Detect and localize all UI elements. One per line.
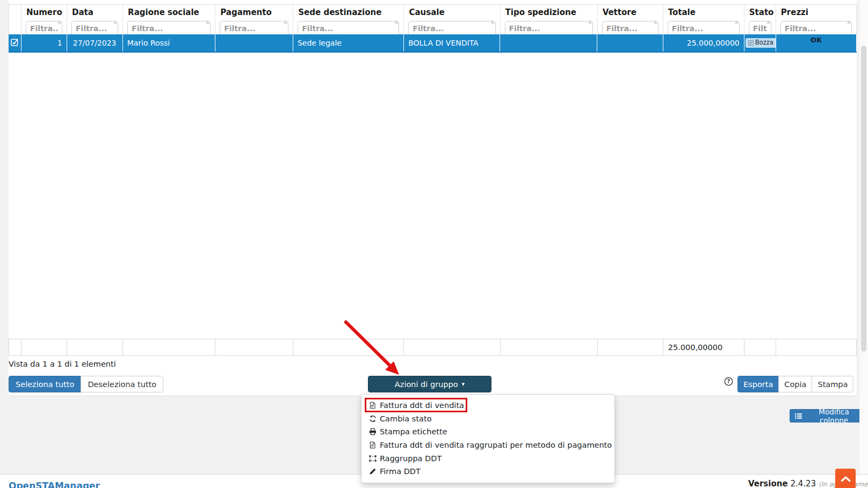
sort-icon[interactable]: ▲ [654, 19, 657, 24]
column-header-vettore[interactable]: Vettore [597, 5, 663, 19]
checkbox-checked-icon [11, 38, 19, 46]
cell-tipo-spedizione [500, 34, 597, 52]
table-row[interactable]: 127/07/2023Mario RossiSede legaleBOLLA D… [9, 34, 857, 52]
sort-icon[interactable]: ▲ [588, 19, 592, 24]
sort-icon[interactable]: ▲ [847, 19, 851, 24]
menu-item-label: Fattura ddt di vendita raggrupati per me… [380, 441, 612, 449]
sync-icon [369, 415, 380, 423]
menu-item-label: Firma DDT [380, 467, 421, 476]
column-header-data[interactable]: Data [67, 5, 123, 19]
cell-totale: 25.000,00000 [663, 34, 744, 52]
cell-numero: 1 [21, 34, 67, 52]
copy-button[interactable]: Copia [778, 376, 812, 392]
object-group-icon [369, 455, 380, 462]
sort-icon[interactable]: ▲ [206, 19, 209, 24]
results-summary: Vista da 1 a 1 di 1 elementi [9, 360, 116, 368]
menu-item-cambia-stato[interactable]: Cambia stato [361, 412, 614, 426]
sort-icon[interactable]: ▲ [394, 19, 398, 24]
totals-row: 25.000,00000 [9, 339, 857, 356]
status-label: Bozza [755, 39, 773, 47]
scrollbar-thumb[interactable] [861, 46, 866, 352]
group-actions-button[interactable]: Azioni di gruppo ▾ [368, 376, 491, 392]
status-badge: Bozza [746, 38, 776, 48]
pen-icon [369, 468, 380, 475]
cell-ragione-sociale: Mario Rossi [122, 34, 215, 52]
column-header-totale[interactable]: Totale [663, 5, 744, 19]
cell-vettore [597, 34, 663, 52]
cell-prezzi: OK [776, 34, 856, 52]
footer-cell [9, 339, 21, 356]
footer-cell-tipo-spedizione [500, 339, 597, 356]
column-header-numero[interactable]: Numero [21, 5, 67, 19]
caret-down-icon: ▾ [462, 381, 465, 387]
menu-item-fattura-ddt-di-vendita-raggrupati-per-me[interactable]: Fattura ddt di vendita raggrupati per me… [361, 439, 614, 452]
version-value: 2.4.23 [790, 479, 816, 488]
cell-sede-destinazione: Sede legale [293, 34, 403, 52]
column-header-pagamento[interactable]: Pagamento [215, 5, 293, 19]
menu-item-label: Cambia stato [380, 414, 432, 423]
menu-item-firma-ddt[interactable]: Firma DDT [361, 465, 614, 478]
footer-cell-stato [744, 339, 776, 356]
print-icon [369, 428, 380, 435]
svg-text:?: ? [727, 378, 730, 384]
sort-icon[interactable]: ▲ [766, 19, 770, 24]
export-button[interactable]: Esporta [737, 376, 779, 392]
column-header-causale[interactable]: Causale [404, 5, 500, 19]
column-header-stato[interactable]: Stato [744, 5, 776, 19]
sort-icon[interactable]: ▲ [284, 19, 287, 24]
column-header-prezzi[interactable]: Prezzi [776, 5, 856, 19]
export-button-group: Esporta Copia Stampa [737, 376, 853, 392]
cell-stato: Bozza [744, 34, 776, 52]
sort-icon[interactable]: ▲ [57, 19, 61, 24]
table-header: NumeroDataRagione socialePagamentoSede d… [9, 4, 857, 38]
brand-link[interactable]: OpenSTAManager [9, 480, 100, 488]
cell-pagamento [215, 34, 293, 52]
column-header-sede-destinazione[interactable]: Sede destinazione [293, 5, 404, 19]
file-invoice-icon [369, 441, 380, 449]
footer-cell-totale: 25.000,00000 [663, 339, 744, 356]
version-label: Versione [748, 479, 788, 488]
menu-item-raggruppa-ddt[interactable]: Raggruppa DDT [361, 451, 614, 465]
menu-item-stampa-etichette[interactable]: Stampa etichette [361, 425, 614, 439]
cell-data: 27/07/2023 [67, 34, 122, 52]
column-header-ragione-sociale[interactable]: Ragione sociale [123, 5, 215, 19]
table-body: 127/07/2023Mario RossiSede legaleBOLLA D… [9, 34, 857, 339]
list-icon [795, 413, 802, 419]
menu-item-label: Stampa etichette [380, 427, 447, 436]
content-card: NumeroDataRagione socialePagamentoSede d… [9, 0, 857, 396]
footer-cell-causale [404, 339, 500, 356]
group-actions-label: Azioni di gruppo [395, 380, 458, 389]
page: NumeroDataRagione socialePagamentoSede d… [0, 0, 868, 488]
print-button[interactable]: Stampa [812, 376, 853, 392]
selection-button-group: Seleziona tutto Deseleziona tutto [9, 376, 163, 392]
edit-icon [748, 40, 754, 46]
menu-item-label: Raggruppa DDT [380, 454, 442, 463]
select-column-header [9, 5, 21, 19]
chevron-up-icon [841, 476, 851, 482]
sort-icon[interactable]: ▲ [113, 19, 117, 24]
footer-cell-numero [21, 339, 67, 356]
footer-cell-sede-destinazione [293, 339, 404, 356]
deselect-all-button[interactable]: Deseleziona tutto [81, 376, 163, 392]
scrollbar-track[interactable] [859, 0, 868, 488]
sort-icon[interactable]: ▲ [735, 19, 739, 24]
select-all-button[interactable]: Seleziona tutto [9, 376, 81, 392]
help-icon[interactable]: ? [724, 377, 733, 386]
scroll-to-top-button[interactable] [835, 469, 856, 488]
footer-cell-ragione-sociale [123, 339, 215, 356]
cell-causale: BOLLA DI VENDITA [404, 34, 500, 52]
edit-columns-button[interactable]: Modifica colonne [790, 409, 868, 423]
footer-cell-vettore [597, 339, 663, 356]
edit-columns-label: Modifica colonne [805, 407, 863, 425]
footer-cell-prezzi [776, 339, 856, 356]
column-header-tipo-spedizione[interactable]: Tipo spedizione [500, 5, 597, 19]
row-checkbox[interactable] [9, 34, 21, 52]
footer-cell-pagamento [215, 339, 293, 356]
annotation-highlight-box [365, 398, 467, 412]
sort-icon[interactable]: ▲ [491, 19, 495, 24]
footer-cell-data [67, 339, 123, 356]
table-footer-row: 25.000,00000 [9, 339, 857, 356]
